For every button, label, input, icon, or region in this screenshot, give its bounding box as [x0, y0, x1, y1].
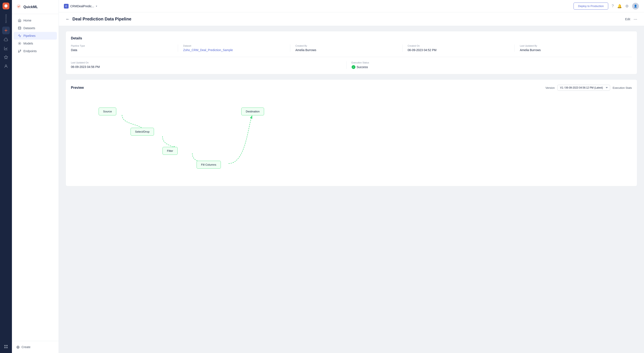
last-updated-on-label: Last Updated On	[71, 61, 341, 64]
nav-icon-chart[interactable]	[2, 44, 10, 52]
project-badge: C	[64, 4, 68, 8]
status-success-icon	[352, 65, 356, 69]
pipelines-icon	[18, 34, 21, 38]
edit-button[interactable]: Edit	[625, 18, 630, 21]
back-arrow-icon[interactable]: ←	[66, 16, 70, 22]
last-updated-by-field: Last Updated By Amelia Burrows	[520, 44, 627, 52]
sidebar-title: QuickML	[24, 5, 38, 9]
dataset-field: Dataset Zoho_CRM_Deal_Prediction_Sample	[183, 44, 290, 52]
preview-controls: Version V1 / 06-09-2023 04:56:12 PM (Lat…	[546, 85, 632, 91]
svg-point-7	[18, 26, 21, 28]
created-on-value: 06-09-2023 04:52 PM	[408, 48, 510, 52]
svg-rect-5	[6, 347, 8, 348]
topbar-left: C CRMDealPredic... ▾	[64, 4, 97, 8]
more-options-button[interactable]: ···	[634, 16, 637, 22]
sidebar-item-label-pipelines: Pipelines	[24, 34, 36, 38]
execution-stats-button[interactable]: Execution Stats	[613, 86, 632, 90]
details-title: Details	[71, 36, 632, 40]
sidebar-item-endpoints[interactable]: Endpoints	[14, 47, 57, 55]
page-header: ← Deal Prediction Data Pipeline Edit ···	[59, 12, 644, 26]
svg-point-11	[18, 52, 19, 52]
deploy-to-production-button[interactable]: Deploy to Production	[574, 2, 608, 10]
nav-icon-grid[interactable]	[2, 343, 10, 350]
sidebar-item-label-models: Models	[24, 42, 33, 45]
sidebar-footer: ⊕ Create	[12, 341, 58, 353]
svg-point-0	[5, 30, 7, 31]
sidebar-item-models[interactable]: Models	[14, 40, 57, 47]
last-updated-by-value: Amelia Burrows	[520, 48, 622, 52]
chevron-down-icon[interactable]: ▾	[96, 5, 97, 8]
main-area: C CRMDealPredic... ▾ Deploy to Productio…	[59, 0, 644, 353]
nav-icon-person[interactable]	[2, 62, 10, 70]
created-by-field: Created By Amelia Burrows	[296, 44, 402, 52]
details-grid-row2: Last Updated On 06-09-2023 04:56 PM Exec…	[71, 61, 632, 69]
details-grid-row1: Pipeline Type Data Dataset Zoho_CRM_Deal…	[71, 44, 632, 57]
page-title: Deal Prediction Data Pipeline	[72, 16, 132, 22]
svg-rect-4	[4, 347, 6, 348]
home-icon	[18, 19, 21, 22]
sidebar: QuickML Home Datasets Pipelines Models E…	[12, 0, 59, 353]
topbar: C CRMDealPredic... ▾ Deploy to Productio…	[59, 0, 644, 12]
sidebar-nav: Home Datasets Pipelines Models Endpoints	[12, 14, 58, 341]
svg-rect-2	[4, 345, 6, 346]
models-icon	[18, 42, 21, 45]
page-header-right: Edit ···	[625, 16, 637, 22]
sidebar-header: QuickML	[12, 0, 58, 14]
select-drop-node[interactable]: Select/Drop	[130, 128, 154, 136]
dataset-value[interactable]: Zoho_CRM_Deal_Prediction_Sample	[183, 48, 285, 52]
settings-icon[interactable]: ⚙	[625, 4, 629, 8]
topbar-right: Deploy to Production ? 🔔 ⚙ 👤	[574, 2, 639, 10]
plus-icon: ⊕	[16, 344, 20, 350]
endpoints-icon	[18, 50, 21, 53]
quickml-logo-icon	[16, 4, 21, 10]
avatar[interactable]: 👤	[632, 3, 639, 10]
sidebar-item-datasets[interactable]: Datasets	[14, 24, 57, 32]
page-header-left: ← Deal Prediction Data Pipeline	[66, 16, 132, 22]
execution-status-label: Execution Status	[352, 61, 622, 64]
nav-icon-cloud[interactable]	[2, 36, 10, 43]
bell-icon[interactable]: 🔔	[617, 4, 622, 8]
last-updated-on-field: Last Updated On 06-09-2023 04:56 PM	[71, 61, 346, 69]
help-icon[interactable]: ?	[612, 4, 614, 8]
svg-point-1	[5, 65, 7, 66]
preview-title: Preview	[71, 86, 84, 90]
project-name[interactable]: CRMDealPredic...	[70, 4, 94, 8]
dataset-label: Dataset	[183, 44, 285, 47]
create-button[interactable]: ⊕ Create	[16, 344, 54, 350]
nav-icon-pipeline[interactable]	[2, 26, 10, 34]
fill-columns-node[interactable]: Fill Columns	[196, 161, 221, 168]
svg-point-8	[19, 43, 20, 44]
pipeline-type-value: Data	[71, 48, 173, 52]
create-label: Create	[22, 345, 30, 349]
pipeline-canvas: Source Select/Drop Filter Fill Columns D…	[71, 96, 632, 181]
services-label: Services	[5, 14, 7, 23]
filter-node[interactable]: Filter	[162, 147, 178, 155]
pipeline-type-label: Pipeline Type	[71, 44, 173, 47]
source-node[interactable]: Source	[98, 108, 116, 116]
sidebar-item-label-datasets: Datasets	[24, 26, 35, 30]
content: ← Deal Prediction Data Pipeline Edit ···…	[59, 12, 644, 353]
execution-status-value: Success	[357, 65, 368, 69]
sidebar-item-home[interactable]: Home	[14, 16, 57, 24]
nav-icon-star[interactable]	[2, 54, 10, 61]
pipeline-arrows	[71, 96, 632, 181]
svg-rect-3	[6, 345, 8, 346]
created-on-field: Created On 06-09-2023 04:52 PM	[408, 44, 515, 52]
sidebar-item-pipelines[interactable]: Pipelines	[14, 32, 57, 40]
execution-status-field: Execution Status Success	[352, 61, 627, 69]
version-label: Version	[546, 86, 554, 90]
sidebar-item-label-home: Home	[24, 19, 31, 22]
icon-bar: Services	[0, 0, 12, 353]
preview-section: Preview Version V1 / 06-09-2023 04:56:12…	[66, 80, 637, 186]
app-logo[interactable]	[2, 2, 9, 9]
destination-node[interactable]: Destination	[241, 108, 264, 116]
svg-point-10	[20, 50, 21, 51]
svg-point-6	[16, 4, 21, 8]
last-updated-on-value: 06-09-2023 04:56 PM	[71, 65, 341, 68]
created-by-value: Amelia Burrows	[296, 48, 397, 52]
version-select[interactable]: V1 / 06-09-2023 04:56:12 PM (Latest)	[557, 85, 610, 91]
details-card: Details Pipeline Type Data Dataset Zoho_…	[66, 31, 637, 74]
preview-header: Preview Version V1 / 06-09-2023 04:56:12…	[71, 85, 632, 91]
status-badge: Success	[352, 65, 622, 69]
datasets-icon	[18, 26, 21, 30]
